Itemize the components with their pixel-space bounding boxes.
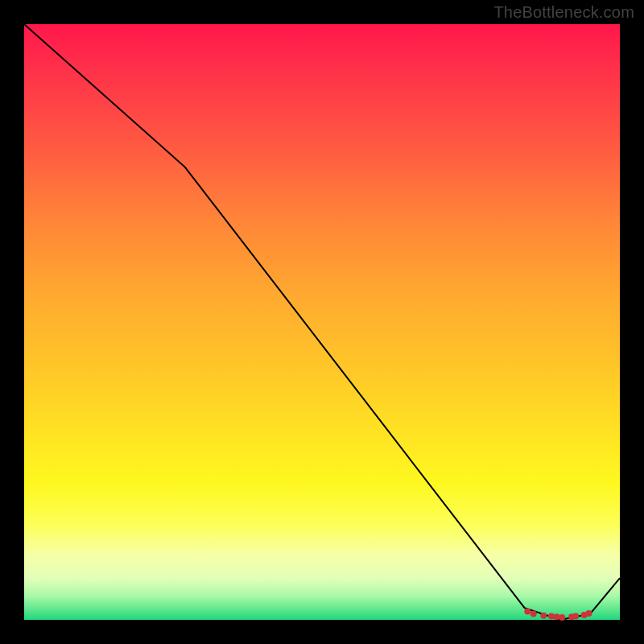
line-series-curve: [24, 24, 620, 620]
marker-group: [524, 609, 592, 621]
marker-dot: [540, 613, 547, 619]
chart-svg: [24, 24, 620, 620]
chart-plot-area: [24, 24, 620, 620]
watermark-text: TheBottleneck.com: [493, 3, 634, 22]
marker-dot: [524, 609, 530, 615]
marker-dot: [572, 613, 579, 620]
marker-dot: [530, 611, 537, 617]
marker-dot: [559, 614, 565, 621]
marker-dot: [586, 610, 592, 617]
